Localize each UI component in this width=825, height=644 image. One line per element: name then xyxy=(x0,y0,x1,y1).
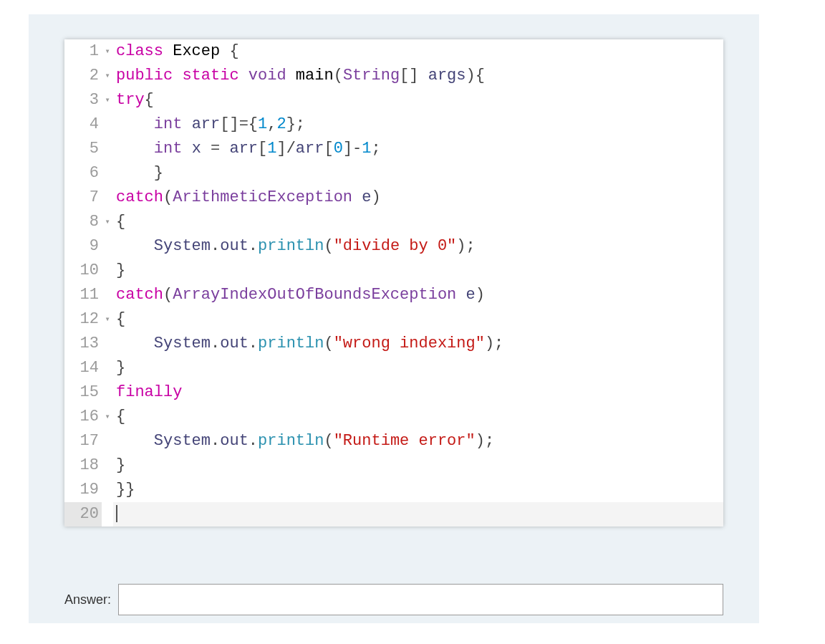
code-text xyxy=(113,502,723,527)
line-number: 4 xyxy=(64,112,102,137)
fold-marker-icon xyxy=(102,356,113,380)
fold-marker-icon xyxy=(102,478,113,502)
fold-marker-icon[interactable]: ▾ xyxy=(102,210,113,234)
fold-marker-icon xyxy=(102,161,113,186)
fold-marker-icon xyxy=(102,234,113,259)
fold-marker-icon xyxy=(102,112,113,137)
code-text: } xyxy=(113,453,723,478)
line-number: 1 xyxy=(64,39,102,64)
fold-marker-icon[interactable]: ▾ xyxy=(102,307,113,332)
line-number: 12 xyxy=(64,307,102,332)
code-text: public static void main(String[] args){ xyxy=(113,64,723,88)
line-number: 8 xyxy=(64,210,102,234)
fold-marker-icon xyxy=(102,186,113,210)
code-line: 7catch(ArithmeticException e) xyxy=(64,186,723,210)
code-text: int x = arr[1]/arr[0]-1; xyxy=(113,137,723,161)
code-text: catch(ArithmeticException e) xyxy=(113,186,723,210)
code-line: 2▾public static void main(String[] args)… xyxy=(64,64,723,88)
line-number: 19 xyxy=(64,478,102,502)
code-line: 13 System.out.println("wrong indexing"); xyxy=(64,332,723,356)
code-editor: 1▾class Excep {2▾public static void main… xyxy=(64,39,723,527)
code-text: System.out.println("wrong indexing"); xyxy=(113,332,723,356)
line-number: 2 xyxy=(64,64,102,88)
line-number: 6 xyxy=(64,161,102,186)
line-number: 17 xyxy=(64,429,102,453)
fold-marker-icon xyxy=(102,137,113,161)
line-number: 14 xyxy=(64,356,102,380)
line-number: 13 xyxy=(64,332,102,356)
fold-marker-icon[interactable]: ▾ xyxy=(102,64,113,88)
code-line: 16▾{ xyxy=(64,405,723,429)
fold-marker-icon[interactable]: ▾ xyxy=(102,88,113,112)
answer-row: Answer: xyxy=(64,584,723,615)
code-line: 14} xyxy=(64,356,723,380)
code-text: try{ xyxy=(113,88,723,112)
line-number: 9 xyxy=(64,234,102,259)
code-line: 4 int arr[]={1,2}; xyxy=(64,112,723,137)
code-line: 3▾try{ xyxy=(64,88,723,112)
code-line: 20 xyxy=(64,502,723,527)
code-text: } xyxy=(113,259,723,283)
line-number: 10 xyxy=(64,259,102,283)
question-panel: 1▾class Excep {2▾public static void main… xyxy=(29,14,759,623)
code-line: 1▾class Excep { xyxy=(64,39,723,64)
page-root: 1▾class Excep {2▾public static void main… xyxy=(0,0,825,644)
code-line: 19}} xyxy=(64,478,723,502)
code-line: 11catch(ArrayIndexOutOfBoundsException e… xyxy=(64,283,723,307)
code-line: 18} xyxy=(64,453,723,478)
fold-marker-icon xyxy=(102,453,113,478)
line-number: 3 xyxy=(64,88,102,112)
fold-marker-icon xyxy=(102,283,113,307)
code-line: 10} xyxy=(64,259,723,283)
code-text: { xyxy=(113,307,723,332)
code-text: } xyxy=(113,356,723,380)
code-text: class Excep { xyxy=(113,39,723,64)
code-line: 9 System.out.println("divide by 0"); xyxy=(64,234,723,259)
code-text: System.out.println("divide by 0"); xyxy=(113,234,723,259)
code-text: finally xyxy=(113,380,723,405)
line-number: 18 xyxy=(64,453,102,478)
text-cursor xyxy=(116,505,117,522)
line-number: 11 xyxy=(64,283,102,307)
code-text: System.out.println("Runtime error"); xyxy=(113,429,723,453)
line-number: 7 xyxy=(64,186,102,210)
code-line: 17 System.out.println("Runtime error"); xyxy=(64,429,723,453)
code-text: } xyxy=(113,161,723,186)
fold-marker-icon xyxy=(102,259,113,283)
line-number: 15 xyxy=(64,380,102,405)
code-line: 12▾{ xyxy=(64,307,723,332)
line-number: 5 xyxy=(64,137,102,161)
code-text: }} xyxy=(113,478,723,502)
code-text: catch(ArrayIndexOutOfBoundsException e) xyxy=(113,283,723,307)
fold-marker-icon[interactable]: ▾ xyxy=(102,405,113,429)
fold-marker-icon xyxy=(102,502,113,527)
code-text: int arr[]={1,2}; xyxy=(113,112,723,137)
line-number: 20 xyxy=(64,502,102,527)
code-line: 8▾{ xyxy=(64,210,723,234)
code-text: { xyxy=(113,405,723,429)
code-line: 6 } xyxy=(64,161,723,186)
line-number: 16 xyxy=(64,405,102,429)
code-text: { xyxy=(113,210,723,234)
fold-marker-icon[interactable]: ▾ xyxy=(102,39,113,64)
code-line: 15finally xyxy=(64,380,723,405)
answer-input[interactable] xyxy=(118,584,723,615)
fold-marker-icon xyxy=(102,429,113,453)
code-line: 5 int x = arr[1]/arr[0]-1; xyxy=(64,137,723,161)
fold-marker-icon xyxy=(102,332,113,356)
answer-label: Answer: xyxy=(64,592,111,607)
fold-marker-icon xyxy=(102,380,113,405)
